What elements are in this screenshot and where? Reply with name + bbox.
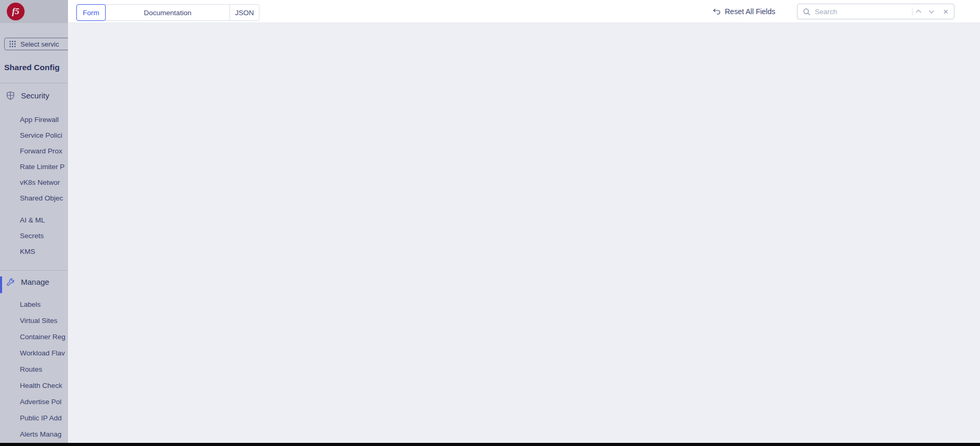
view-tabs: Form Documentation JSON — [76, 4, 259, 21]
search-prev-icon[interactable] — [916, 10, 921, 15]
f5-logo[interactable]: f5 — [7, 3, 25, 20]
wizard-modal: Form Documentation JSON Reset All Fields… — [68, 0, 980, 446]
sidebar-item-virtual-sites[interactable]: Virtual Sites — [0, 313, 68, 329]
grid-icon — [9, 40, 16, 48]
sidebar-item-labels[interactable]: Labels — [0, 296, 68, 313]
sidebar-item-shared-objects[interactable]: Shared Objec — [0, 191, 68, 206]
modal-topbar: Form Documentation JSON Reset All Fields… — [68, 0, 980, 23]
wrench-icon — [6, 278, 15, 286]
sidebar-item-public-ip[interactable]: Public IP Add — [0, 410, 68, 426]
sidebar-item-app-firewall[interactable]: App Firewall — [0, 112, 68, 128]
search-next-icon[interactable] — [929, 8, 935, 14]
manage-items: Labels Virtual Sites Container Reg Workl… — [0, 296, 68, 442]
divider — [912, 7, 913, 16]
sidebar-item-service-policies[interactable]: Service Polici — [0, 128, 68, 143]
sidebar-item-container-registries[interactable]: Container Reg — [0, 329, 68, 345]
sidebar-item-advertise-policies[interactable]: Advertise Pol — [0, 394, 68, 410]
search-input[interactable]: Search ✕ — [797, 4, 954, 19]
sidebar-item-ai-ml[interactable]: AI & ML — [0, 213, 68, 228]
sidebar-section-security[interactable]: Security — [6, 91, 49, 100]
tab-form[interactable]: Form — [76, 4, 106, 21]
select-service-label: Select servic — [20, 40, 59, 48]
sidebar-item-health-checks[interactable]: Health Check — [0, 377, 68, 394]
search-close-icon[interactable]: ✕ — [943, 8, 949, 16]
select-service-button[interactable]: Select servic — [4, 38, 68, 50]
sidebar-item-routes[interactable]: Routes — [0, 361, 68, 377]
search-icon — [803, 8, 811, 16]
sidebar-item-kms[interactable]: KMS — [0, 244, 68, 260]
sidebar-section-manage[interactable]: Manage — [6, 277, 49, 286]
app-root: f5 Select servic Shared Config Security … — [0, 0, 980, 446]
active-section-indicator — [0, 276, 2, 293]
window-bottom-bar — [0, 443, 980, 446]
reset-all-fields-button[interactable]: Reset All Fields — [713, 7, 775, 16]
security-items: App Firewall Service Polici Forward Prox… — [0, 112, 68, 260]
sidebar-item-alerts-management[interactable]: Alerts Manag — [0, 426, 68, 442]
divider — [0, 83, 68, 83]
sidebar: f5 Select servic Shared Config Security … — [0, 0, 68, 446]
shield-icon — [6, 91, 15, 100]
tab-json[interactable]: JSON — [230, 4, 259, 21]
sidebar-item-forward-proxy[interactable]: Forward Prox — [0, 143, 68, 159]
tab-documentation[interactable]: Documentation — [105, 4, 230, 21]
divider — [0, 270, 68, 271]
search-placeholder: Search — [815, 8, 908, 16]
sidebar-item-rate-limiter[interactable]: Rate Limiter P — [0, 159, 68, 175]
sidebar-item-secrets[interactable]: Secrets — [0, 228, 68, 244]
workspace-title: Shared Config — [4, 63, 60, 72]
sidebar-item-vk8s-network[interactable]: vK8s Networ — [0, 175, 68, 191]
undo-icon — [713, 8, 721, 15]
sidebar-item-workload-flavors[interactable]: Workload Flav — [0, 345, 68, 361]
